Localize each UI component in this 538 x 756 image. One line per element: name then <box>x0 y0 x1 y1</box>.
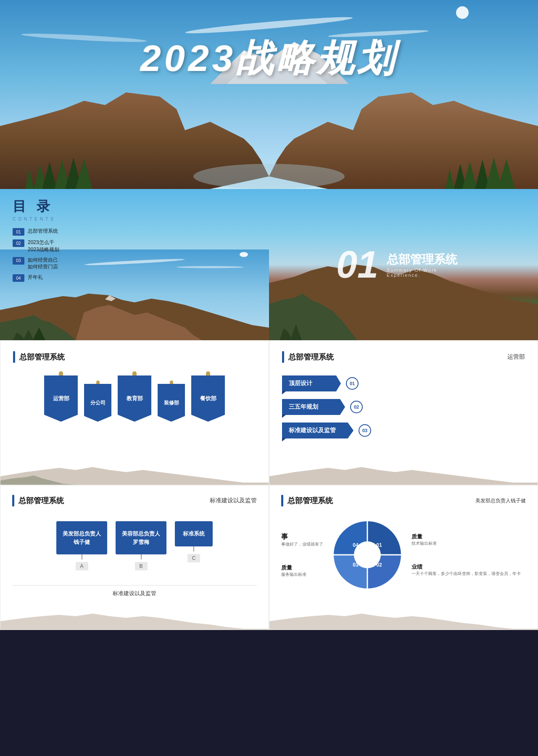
slide-5-standards: 总部管理系统 标准建设以及监管 美发部总负责人钱子健 A 美容部总负责人罗雪梅 … <box>0 485 269 630</box>
op-label-1: 顶层设计 <box>282 375 341 391</box>
slide3-mountain-bg <box>0 459 269 485</box>
responsibility-boxes: 美发部总负责人钱子健 A 美容部总负责人罗雪梅 B 标准系统 C <box>12 515 257 577</box>
slide6-title: 总部管理系统 <box>287 496 333 506</box>
bookmark-fengsi: 分公司 <box>84 384 111 422</box>
section-number: 01 <box>336 246 378 284</box>
header-bar <box>13 351 15 363</box>
pie-label-quality-left: 质量 <box>281 564 323 572</box>
op-fold-1 <box>282 391 286 394</box>
op-item-2: 三五年规划 02 <box>282 399 525 415</box>
bookmark-canyin: 餐饮部 <box>191 375 225 422</box>
slide-2-contents-section: 目 录 CONTENTS 01 总部管理系统 02 2023怎么干2023战略规… <box>0 189 538 340</box>
svg-point-4 <box>456 6 469 19</box>
dept-cards-container: 运营部 分公司 教育部 <box>13 371 256 426</box>
slide4-header: 总部管理系统 运营部 <box>282 351 525 363</box>
slide5-mountain-bg <box>0 609 269 630</box>
pie-label-bottom-left: 质量 服务输出标准 <box>281 564 323 578</box>
contents-item-4: 04 开年礼 <box>13 274 59 282</box>
contents-box: 目 录 CONTENTS 01 总部管理系统 02 2023怎么干2023战略规… <box>13 197 59 282</box>
pie-num-04: 04 <box>353 542 359 548</box>
pie-label-top-right: 质量 技术输出标准 <box>411 533 521 546</box>
svg-marker-42 <box>0 614 269 630</box>
slide6-header: 总部管理系统 美发部总负责人钱子健 <box>281 495 526 507</box>
header-bar-6 <box>281 495 283 507</box>
slide3-mountain-small <box>0 459 269 485</box>
slide5-title: 总部管理系统 <box>18 496 64 506</box>
op-label-2: 三五年规划 <box>282 399 345 415</box>
dept-name-canyin: 餐饮部 <box>198 393 219 404</box>
connector-a <box>82 554 82 559</box>
section-title-chinese: 总部管理系统 <box>387 252 471 268</box>
slide5-mountain-small <box>0 609 269 630</box>
slide-1-title-slide: 2023战略规划 <box>0 0 538 189</box>
pie-desc-shi: 事做好了，业绩就有了 <box>281 541 323 547</box>
dept-card-jiaoyu: 教育部 <box>118 375 151 422</box>
pie-num-01: 01 <box>376 542 382 548</box>
pie-chart-svg: 01 02 03 04 <box>330 517 405 593</box>
pie-desc-yeji: 一天十个顾客，多少个由坏变帅，影变装，请变会员，年卡 <box>411 571 521 577</box>
op-fold-3 <box>282 438 286 441</box>
contents-num-3: 03 <box>13 257 24 265</box>
pie-label-shi: 事 <box>281 533 323 541</box>
resp-box-a: 美发部总负责人钱子健 <box>56 521 107 554</box>
svg-marker-46 <box>269 614 538 630</box>
section-header-panel: 01 总部管理系统 Summary Of Work Experience. <box>269 189 538 340</box>
op-badge-2: 02 <box>350 401 363 413</box>
pie-label-top-left: 事 事做好了，业绩就有了 <box>281 533 323 547</box>
bookmark-yunying: 运营部 <box>44 375 78 422</box>
op-item-1: 顶层设计 01 <box>282 375 525 391</box>
main-title: 2023战略规划 <box>140 34 398 84</box>
slides-row-3: 总部管理系统 标准建设以及监管 美发部总负责人钱子健 A 美容部总负责人罗雪梅 … <box>0 485 538 630</box>
contents-text-4: 开年礼 <box>28 274 43 281</box>
dept-card-zhuangxiu: 装修部 <box>158 384 185 422</box>
pie-num-03: 03 <box>353 562 359 568</box>
svg-marker-41 <box>269 467 538 485</box>
resp-label-a: A <box>76 562 88 570</box>
slide-6-quadrant: 总部管理系统 美发部总负责人钱子健 事 事做好了，业绩就有了 质量 服务输出标准 <box>269 485 538 630</box>
slide5-subtitle: 标准建设以及监管 <box>210 497 257 504</box>
slide3-title: 总部管理系统 <box>19 352 65 362</box>
dept-name-zhuangxiu: 装修部 <box>162 397 181 409</box>
contents-text-2: 2023怎么干2023战略规划 <box>28 239 59 253</box>
slide6-mountain-small <box>269 609 538 630</box>
slides-row-2: 总部管理系统 运营部 分公司 <box>0 340 538 485</box>
contents-item-3: 03 如何经营自己如何经营门店 <box>13 257 59 271</box>
slide3-header: 总部管理系统 <box>13 351 256 363</box>
svg-point-21 <box>193 164 345 189</box>
slide4-title: 总部管理系统 <box>288 352 334 362</box>
slide4-mountain-small <box>269 459 538 485</box>
pie-right-labels: 质量 技术输出标准 业绩 一天十个顾客，多少个由坏变帅，影变装，请变会员，年卡 <box>411 533 521 577</box>
contents-item-2: 02 2023怎么干2023战略规划 <box>13 239 59 253</box>
operations-items: 顶层设计 01 三五年规划 02 标准建设以及监管 03 <box>282 371 525 443</box>
slide4-subtitle: 运营部 <box>507 353 525 361</box>
resp-box-c-wrap: 标准系统 C <box>175 521 213 570</box>
op-item-3: 标准建设以及监管 03 <box>282 423 525 438</box>
section-01-header: 01 总部管理系统 Summary Of Work Experience. <box>336 246 471 284</box>
dept-card-canyin: 餐饮部 <box>191 375 225 422</box>
resp-box-a-wrap: 美发部总负责人钱子健 A <box>56 521 107 570</box>
dept-card-yunying: 运营部 <box>44 375 78 422</box>
pie-label-quality-right: 质量 <box>411 533 521 541</box>
mountain-background-svg <box>0 0 538 189</box>
svg-point-26 <box>177 266 244 268</box>
bookmark-jiaoyu: 教育部 <box>118 375 151 422</box>
slide4-mountain-bg <box>269 459 538 485</box>
pie-num-02: 02 <box>376 562 382 568</box>
resp-label-b: B <box>135 562 148 570</box>
bookmark-zhuangxiu: 装修部 <box>158 384 185 422</box>
op-badge-3: 03 <box>359 424 371 437</box>
resp-box-b: 美容部总负责人罗雪梅 <box>116 521 166 554</box>
slide6-subtitle: 美发部总负责人钱子健 <box>475 497 526 504</box>
contents-num-2: 02 <box>13 239 24 247</box>
slide-3-dept-overview: 总部管理系统 运营部 分公司 <box>0 340 269 485</box>
slide6-mountain-bg <box>269 609 538 630</box>
header-bar-4 <box>282 351 284 363</box>
contents-num-1: 01 <box>13 228 24 236</box>
contents-title-chinese: 目 录 <box>13 197 59 216</box>
slide5-footer: 标准建设以及监管 <box>12 585 257 597</box>
op-fold-2 <box>282 415 286 418</box>
slide-4-operations: 总部管理系统 运营部 顶层设计 01 三五年规划 02 <box>269 340 538 485</box>
dept-name-fengsi: 分公司 <box>88 397 108 409</box>
contents-text-3: 如何经营自己如何经营门店 <box>28 257 58 271</box>
contents-panel: 目 录 CONTENTS 01 总部管理系统 02 2023怎么干2023战略规… <box>0 189 269 340</box>
